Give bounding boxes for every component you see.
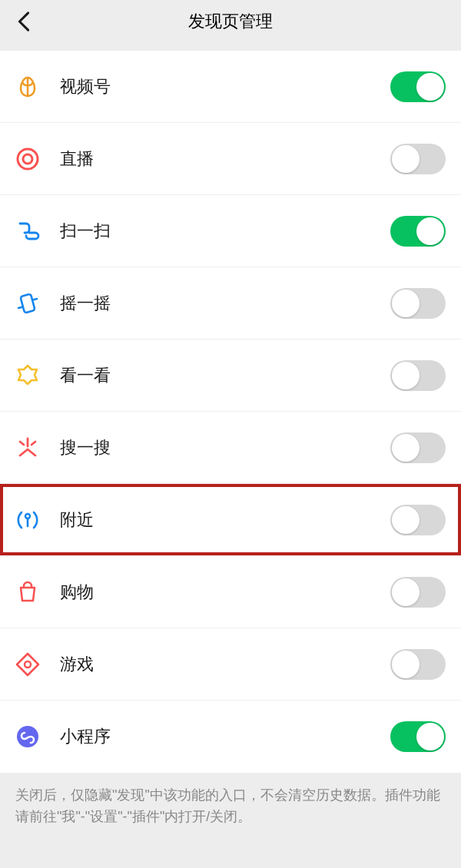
settings-list: 视频号 直播 扫一扫 摇一摇 看一看 搜一搜 [0,51,461,773]
toggle-search[interactable] [390,432,446,463]
nearby-icon [12,505,43,535]
live-icon [12,144,43,174]
header: 发现页管理 [0,0,461,43]
row-miniapp: 小程序 [0,701,461,773]
toggle-shopping[interactable] [390,577,446,608]
shake-icon [12,288,43,319]
row-label: 看一看 [60,364,390,387]
row-search: 搜一搜 [0,412,461,484]
scan-icon [12,216,43,247]
shopping-icon [12,577,43,608]
topstories-icon [12,360,43,391]
row-label: 小程序 [60,725,390,748]
page-title: 发现页管理 [0,10,461,33]
row-scan: 扫一扫 [0,195,461,267]
chevron-left-icon [17,11,31,32]
toggle-scan[interactable] [390,216,446,247]
miniapp-icon [12,721,43,752]
channels-icon [12,71,43,102]
row-shake: 摇一摇 [0,267,461,340]
row-shopping: 购物 [0,556,461,628]
row-label: 游戏 [60,653,390,676]
svg-point-0 [18,149,38,169]
row-label: 购物 [60,581,390,604]
search-icon [12,432,43,463]
footer-note: 关闭后，仅隐藏"发现"中该功能的入口，不会清空历史数据。插件功能请前往"我"-"… [0,773,461,840]
back-button[interactable] [12,10,35,33]
row-channels: 视频号 [0,51,461,123]
toggle-live[interactable] [390,144,446,174]
row-label: 搜一搜 [60,436,390,459]
toggle-nearby[interactable] [390,505,446,535]
toggle-shake[interactable] [390,288,446,319]
svg-point-4 [25,661,31,668]
toggle-topstories[interactable] [390,360,446,391]
row-nearby: 附近 [0,484,461,556]
row-topstories: 看一看 [0,340,461,412]
games-icon [12,649,43,680]
row-games: 游戏 [0,628,461,701]
row-label: 扫一扫 [60,220,390,243]
toggle-games[interactable] [390,649,446,680]
svg-point-1 [23,154,32,164]
row-label: 视频号 [60,75,390,98]
toggle-miniapp[interactable] [390,721,446,752]
row-live: 直播 [0,123,461,195]
row-label: 直播 [60,147,390,171]
svg-rect-2 [20,293,35,313]
toggle-channels[interactable] [390,71,446,102]
row-label: 摇一摇 [60,292,390,315]
row-label: 附近 [60,509,390,532]
